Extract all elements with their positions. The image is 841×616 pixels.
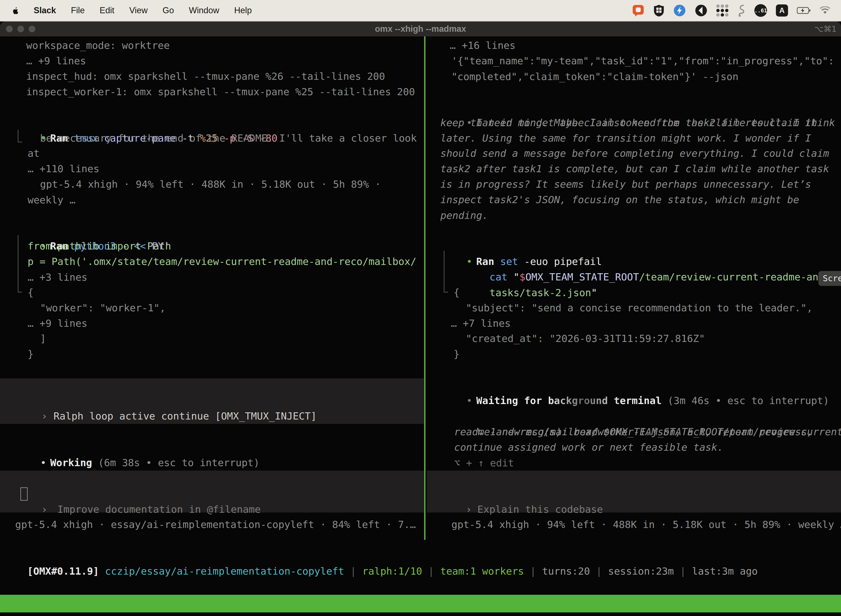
- log-line: … +9 lines: [26, 53, 86, 69]
- waiting-status: •Waiting for background terminal (3m 46s…: [431, 378, 829, 393]
- input-source-icon[interactable]: A: [776, 4, 788, 16]
- log-line: inspect_worker-1: omx sparkshell --tmux-…: [26, 84, 415, 100]
- menu-status-icons: ..61 A: [632, 4, 833, 17]
- chat-bubble-icon[interactable]: [632, 4, 645, 17]
- working-status: •Working (6m 38s • esc to interrupt): [4, 440, 259, 455]
- pane-divider[interactable]: [424, 37, 425, 540]
- command-output: at: [28, 146, 40, 161]
- ran-set-command: •Ran set -euo pipefail: [431, 238, 602, 254]
- window-titlebar: omx --xhigh --madmax ⌥⌘1: [0, 22, 841, 37]
- omx-last-activity: last:3m ago: [692, 566, 757, 577]
- edit-shortcut-hint: ⌥ + ↑ edit: [454, 455, 514, 471]
- mailbox-notification: ↳1 new msg(s): read $OMX_TEAM_STATE_ROOT…: [441, 409, 841, 424]
- screen-capture-icon[interactable]: [695, 4, 708, 17]
- seal-lightning-icon[interactable]: [673, 4, 686, 17]
- command-output: … +110 lines: [28, 161, 99, 177]
- tmux-session-window: [omx-cczip0:bash*: [6, 612, 107, 616]
- left-prompt-input[interactable]: ›Improve documentation in @filename: [6, 486, 261, 502]
- thinking-line: •I need to get the claim token from the …: [431, 100, 841, 115]
- omx-session-time: session:23m: [608, 566, 674, 577]
- input-placeholder: Explain this codebase: [477, 504, 603, 515]
- thinking-line: task2 after task1 is complete, but can I…: [440, 161, 829, 177]
- menu-items: Slack File Edit View Go Window Help: [34, 6, 252, 15]
- thinking-line: is in progress? It seems likely but perh…: [440, 177, 811, 192]
- omx-status-line: [OMX#0.11.9] cczip/essay/ai-reimplementa…: [3, 548, 757, 563]
- percent-badge-icon[interactable]: ..61: [755, 4, 767, 17]
- omx-repo: cczip/essay/ai-reimplementation-copyleft: [105, 566, 344, 577]
- thinking-line: pending.: [440, 208, 488, 223]
- ran-python-command: •Ran python3 - <<'PY': [4, 223, 170, 238]
- grid-dots-icon[interactable]: [716, 4, 728, 16]
- left-session-status: gpt-5.4 xhigh · essay/ai-reimplementatio…: [15, 517, 416, 532]
- right-session-status: gpt-5.4 xhigh · 94% left · 488K in · 5.1…: [451, 517, 841, 532]
- window-shortcut: ⌥⌘1: [814, 22, 837, 37]
- omx-turns: turns:20: [542, 566, 590, 577]
- command-output: gpt-5.4 xhigh · 94% left · 488K in · 5.1…: [40, 177, 381, 192]
- screen-tooltip: Scre: [818, 271, 841, 286]
- more-lines-indicator: … +9 lines: [28, 316, 88, 331]
- thinking-line: should send a message before completing …: [440, 146, 829, 161]
- wifi-icon[interactable]: [819, 6, 831, 15]
- command-output: "worker": "worker-1",: [40, 300, 166, 316]
- tmux-status-bar: [omx-cczip0:bash* "MacBook-Pro-44.local"…: [0, 595, 841, 612]
- command-output: {: [28, 285, 34, 300]
- menu-item-help[interactable]: Help: [234, 6, 252, 15]
- menu-item-edit[interactable]: Edit: [100, 6, 114, 15]
- output-elbow-line: [18, 235, 22, 293]
- squiggle-icon[interactable]: [737, 4, 746, 17]
- command-output: {: [454, 285, 460, 300]
- mailbox-notification: continue assigned work or next feasible …: [454, 440, 723, 455]
- menu-item-file[interactable]: File: [71, 6, 85, 15]
- thinking-line: inspect task2's JSON, focusing on the st…: [440, 192, 799, 208]
- menu-item-window[interactable]: Window: [189, 6, 219, 15]
- shield-grid-icon[interactable]: [653, 4, 664, 17]
- more-lines-indicator: … +3 lines: [28, 270, 88, 285]
- log-line: "completed","claim_token":"claim-token"}…: [451, 69, 738, 84]
- menu-item-slack[interactable]: Slack: [34, 6, 56, 15]
- output-elbow-line: [18, 130, 22, 142]
- battery-charging-icon[interactable]: [797, 7, 811, 14]
- command-output: "subject": "send a concise recommendatio…: [466, 300, 813, 316]
- thinking-line: later. Using the same for transition mig…: [440, 131, 811, 146]
- text-cursor: [21, 487, 28, 501]
- ran-tmux-command: •Ran tmux capture-pane -t %25 -p -S -80: [4, 115, 278, 131]
- log-line: '{"team_name":"my-team","task_id":"1","f…: [451, 53, 834, 69]
- omx-ralph-counter: ralph:1/10: [362, 566, 422, 577]
- log-line: inspect_hud: omx sparkshell --tmux-pane …: [26, 69, 385, 84]
- bullet-icon: •: [466, 393, 476, 408]
- more-lines-indicator: … +7 lines: [451, 316, 511, 331]
- prompt-icon: ›: [41, 408, 54, 424]
- omx-team-workers: team:1 workers: [440, 566, 524, 577]
- command-output: "created_at": "2026-03-31T11:59:27.816Z": [466, 331, 705, 346]
- menu-item-view[interactable]: View: [129, 6, 148, 15]
- more-lines-indicator: … +16 lines: [450, 38, 516, 53]
- mailbox-notification: readme-and-reco/mailbox/worker-1.json, a…: [454, 424, 813, 440]
- window-title: omx --xhigh --madmax: [0, 22, 841, 37]
- command-output: }: [28, 346, 34, 362]
- prompt-icon: ›: [466, 502, 477, 517]
- prompt-icon: ›: [41, 502, 57, 517]
- code-line: p = Path('.omx/state/team/review-current…: [28, 254, 416, 269]
- command-output: }: [454, 346, 460, 362]
- right-prompt-input[interactable]: ›Explain this codebase: [430, 486, 603, 502]
- code-line: from pathlib import Path: [28, 238, 171, 254]
- thinking-line: keep that in mind. Maybe I also need the…: [440, 115, 817, 131]
- menu-bar: Slack File Edit View Go Window Help ..61…: [0, 0, 841, 22]
- menu-item-go[interactable]: Go: [163, 6, 174, 15]
- ralph-loop-banner: ›Ralph loop active continue [OMX_TMUX_IN…: [6, 393, 317, 408]
- bullet-icon: •: [40, 455, 50, 471]
- omx-version: [OMX#0.11.9]: [27, 566, 105, 577]
- log-line: workspace_mode: worktree: [26, 38, 170, 53]
- code-line: tasks/task-2.json": [454, 270, 597, 285]
- apple-menu-icon[interactable]: [12, 6, 20, 15]
- command-output: ]: [40, 331, 46, 346]
- code-line: cat "$OMX_TEAM_STATE_ROOT/team/review-cu…: [454, 254, 841, 269]
- command-output: weekly …: [28, 192, 75, 208]
- input-placeholder: Improve documentation in @filename: [57, 504, 261, 515]
- waiting-label: Waiting for background terminal: [476, 395, 668, 406]
- terminal-window: omx --xhigh --madmax ⌥⌘1 workspace_mode:…: [0, 22, 841, 616]
- command-output: be necessary for the end of the README. …: [40, 131, 417, 146]
- output-elbow-line: [444, 251, 448, 293]
